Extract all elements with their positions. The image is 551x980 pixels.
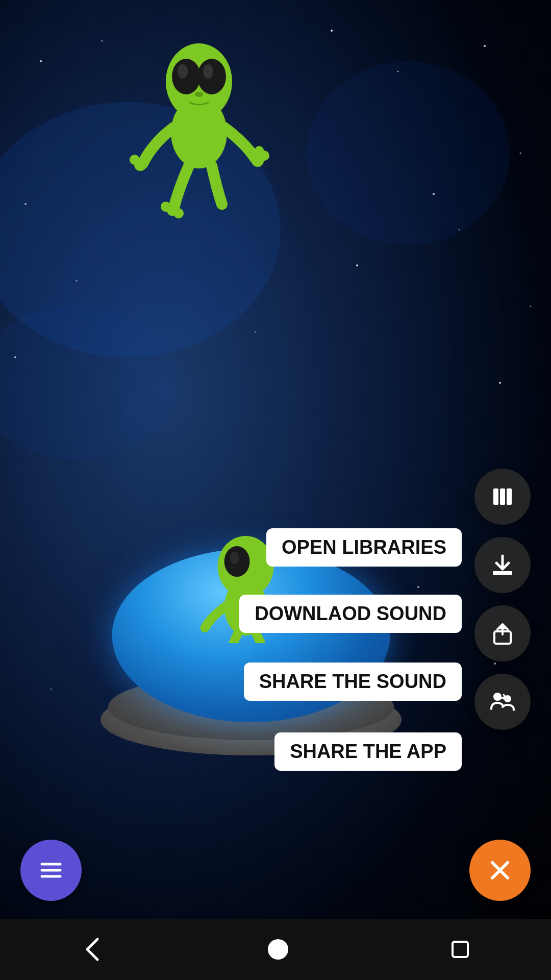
svg-point-31 bbox=[255, 146, 264, 155]
nav-back-button[interactable] bbox=[78, 934, 109, 965]
svg-point-17 bbox=[51, 689, 52, 690]
share-app-icon bbox=[489, 689, 516, 715]
menu-button[interactable] bbox=[20, 840, 82, 901]
share-app-label: SHARE THE APP bbox=[274, 732, 462, 771]
svg-point-27 bbox=[203, 64, 213, 79]
svg-point-0 bbox=[40, 60, 42, 62]
svg-point-25 bbox=[197, 59, 226, 94]
share-app-button[interactable] bbox=[474, 674, 531, 730]
svg-point-20 bbox=[306, 61, 510, 245]
svg-rect-41 bbox=[493, 488, 498, 505]
svg-point-11 bbox=[530, 306, 532, 307]
action-buttons-group bbox=[474, 469, 531, 730]
svg-point-10 bbox=[356, 264, 358, 266]
svg-point-26 bbox=[178, 64, 188, 79]
menu-icon bbox=[36, 855, 66, 886]
close-button[interactable] bbox=[469, 840, 531, 901]
close-icon bbox=[485, 855, 515, 886]
svg-point-40 bbox=[230, 552, 239, 564]
svg-point-28 bbox=[195, 92, 203, 97]
open-libraries-button[interactable] bbox=[474, 469, 531, 525]
svg-point-4 bbox=[484, 45, 486, 47]
stars-decoration bbox=[0, 0, 551, 980]
svg-rect-54 bbox=[453, 942, 468, 957]
svg-point-35 bbox=[161, 202, 171, 212]
nav-recents-button[interactable] bbox=[447, 937, 473, 962]
download-icon bbox=[489, 552, 516, 578]
svg-rect-43 bbox=[507, 488, 512, 505]
download-sound-button[interactable] bbox=[474, 537, 531, 593]
share-sound-label: SHARE THE SOUND bbox=[244, 663, 462, 701]
svg-rect-42 bbox=[500, 488, 505, 505]
app-container: OPEN LIBRARIES DOWNLAOD SOUND SHARE THE … bbox=[0, 0, 551, 980]
svg-point-33 bbox=[130, 155, 140, 165]
svg-point-46 bbox=[493, 693, 502, 701]
share-sound-button[interactable] bbox=[474, 605, 531, 662]
share-sound-icon bbox=[489, 620, 516, 647]
svg-point-13 bbox=[499, 382, 501, 384]
open-libraries-label: OPEN LIBRARIES bbox=[266, 528, 462, 567]
svg-point-2 bbox=[331, 30, 333, 32]
library-icon bbox=[489, 483, 516, 510]
download-sound-label: DOWNLAOD SOUND bbox=[239, 595, 462, 633]
nav-home-button[interactable] bbox=[265, 937, 291, 962]
svg-point-1 bbox=[102, 40, 103, 42]
alien-character bbox=[128, 15, 270, 219]
svg-point-16 bbox=[417, 586, 419, 588]
svg-point-24 bbox=[172, 59, 201, 94]
svg-point-14 bbox=[255, 331, 256, 333]
svg-point-5 bbox=[520, 153, 521, 154]
nav-bar bbox=[0, 919, 551, 980]
svg-point-36 bbox=[173, 208, 184, 218]
svg-point-53 bbox=[268, 939, 288, 960]
